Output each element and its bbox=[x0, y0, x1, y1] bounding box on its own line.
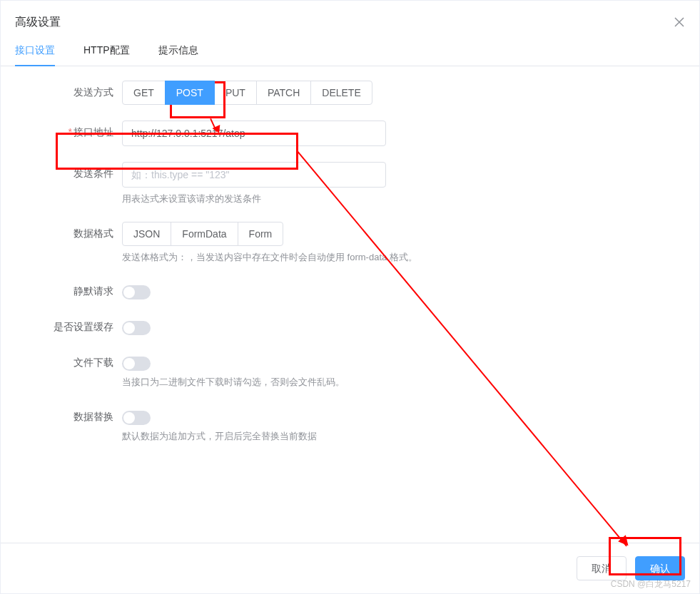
tab-interface-settings[interactable]: 接口设置 bbox=[15, 44, 55, 66]
row-replace: 数据替换 默认数据为追加方式，开启后完全替换当前数据 bbox=[44, 405, 656, 444]
label-url: *接口地址 bbox=[44, 121, 122, 139]
dialog-title: 高级设置 bbox=[15, 15, 61, 30]
row-dataformat: 数据格式 JSON FormData Form 发送体格式为：，当发送内容中存在… bbox=[44, 222, 656, 265]
label-download: 文件下载 bbox=[44, 351, 122, 369]
label-silent: 静默请求 bbox=[44, 280, 122, 298]
tabs: 接口设置 HTTP配置 提示信息 bbox=[1, 44, 699, 66]
label-replace: 数据替换 bbox=[44, 405, 122, 424]
label-cache: 是否设置缓存 bbox=[44, 315, 122, 334]
row-cache: 是否设置缓存 bbox=[44, 315, 656, 335]
confirm-button[interactable]: 确认 bbox=[635, 556, 685, 580]
cache-switch[interactable] bbox=[122, 321, 151, 335]
method-get[interactable]: GET bbox=[122, 81, 166, 105]
dataformat-json[interactable]: JSON bbox=[122, 222, 171, 246]
help-dataformat: 发送体格式为：，当发送内容中存在文件时会自动使用 form-data 格式。 bbox=[122, 250, 656, 265]
method-put[interactable]: PUT bbox=[214, 81, 257, 105]
dataformat-formdata[interactable]: FormData bbox=[171, 222, 238, 246]
method-patch[interactable]: PATCH bbox=[256, 81, 311, 105]
condition-input[interactable] bbox=[122, 162, 386, 188]
silent-switch[interactable] bbox=[122, 285, 151, 299]
help-replace: 默认数据为追加方式，开启后完全替换当前数据 bbox=[122, 429, 656, 444]
tab-prompt-info[interactable]: 提示信息 bbox=[158, 44, 198, 66]
method-delete[interactable]: DELETE bbox=[310, 81, 372, 105]
help-condition: 用表达式来设置该请求的发送条件 bbox=[122, 192, 656, 206]
url-input[interactable] bbox=[122, 121, 386, 146]
advanced-settings-dialog: 高级设置 接口设置 HTTP配置 提示信息 发送方式 GET POST PUT … bbox=[0, 0, 700, 594]
row-download: 文件下载 当接口为二进制文件下载时请勾选，否则会文件乱码。 bbox=[44, 351, 656, 389]
replace-switch[interactable] bbox=[122, 411, 151, 425]
dataformat-form[interactable]: Form bbox=[238, 222, 284, 246]
row-method: 发送方式 GET POST PUT PATCH DELETE bbox=[44, 81, 656, 105]
help-download: 当接口为二进制文件下载时请勾选，否则会文件乱码。 bbox=[122, 375, 656, 389]
download-switch[interactable] bbox=[122, 357, 151, 371]
close-icon[interactable] bbox=[674, 16, 685, 30]
dialog-footer: 取消 确认 bbox=[1, 543, 699, 593]
row-url: *接口地址 bbox=[44, 121, 656, 146]
label-method: 发送方式 bbox=[44, 81, 122, 99]
cancel-button[interactable]: 取消 bbox=[577, 556, 627, 580]
row-condition: 发送条件 用表达式来设置该请求的发送条件 bbox=[44, 162, 656, 206]
method-group: GET POST PUT PATCH DELETE bbox=[122, 81, 656, 105]
label-condition: 发送条件 bbox=[44, 162, 122, 180]
form-body: 发送方式 GET POST PUT PATCH DELETE *接口地址 发送条… bbox=[1, 66, 699, 473]
label-dataformat: 数据格式 bbox=[44, 222, 122, 240]
dataformat-group: JSON FormData Form bbox=[122, 222, 656, 246]
dialog-header: 高级设置 bbox=[1, 1, 699, 37]
method-post[interactable]: POST bbox=[165, 81, 215, 105]
tab-http-config[interactable]: HTTP配置 bbox=[83, 44, 130, 66]
row-silent: 静默请求 bbox=[44, 280, 656, 299]
